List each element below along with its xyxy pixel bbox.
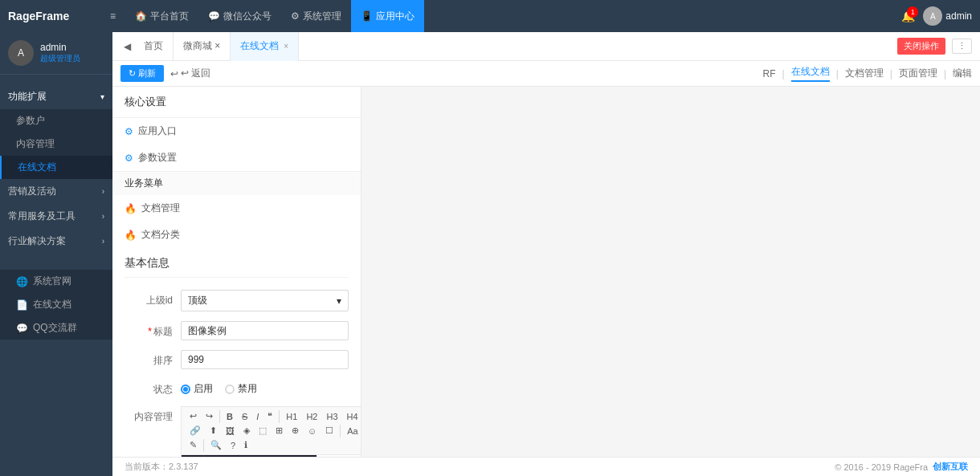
toolbar-edit[interactable]: 编辑 bbox=[953, 67, 972, 80]
username-label: admin bbox=[945, 10, 972, 22]
sidebar: A admin 超级管理员 功能扩展 ▾ 参数户 内容管理 在线文档 营销及活动… bbox=[0, 32, 112, 476]
undo-btn[interactable]: ↩ bbox=[186, 409, 201, 423]
sidebar-item-online-docs[interactable]: 📄在线文档 bbox=[0, 293, 112, 316]
toolbar-page-manage[interactable]: 页面管理 bbox=[899, 67, 937, 80]
notification-badge: 1 bbox=[907, 6, 918, 18]
sidebar-group-industry[interactable]: 行业解决方案 › bbox=[0, 229, 112, 254]
upload-btn[interactable]: ⬆ bbox=[206, 424, 221, 437]
search-editor-btn[interactable]: 🔍 bbox=[206, 438, 226, 452]
chevron-down-icon: ▾ bbox=[100, 92, 104, 101]
footer: 当前版本：2.3.137 © 2016 - 2019 RageFra 创新互联 bbox=[112, 457, 980, 476]
h1-btn[interactable]: H1 bbox=[282, 410, 301, 423]
form-row-parentid: 上级id 顶级 ▾ bbox=[125, 290, 349, 311]
tab-docs[interactable]: 在线文档 × bbox=[231, 32, 299, 61]
parent-id-value: 顶级 bbox=[188, 294, 207, 307]
nav-param-settings[interactable]: ⚙ 参数设置 bbox=[112, 144, 361, 171]
quote-btn[interactable]: ❝ bbox=[263, 409, 276, 423]
html-btn[interactable]: ☐ bbox=[321, 424, 337, 437]
order-input[interactable] bbox=[181, 350, 349, 369]
italic-btn[interactable]: I bbox=[252, 410, 263, 423]
sidebar-group-header-features[interactable]: 功能扩展 ▾ bbox=[0, 84, 112, 109]
sidebar-item-qq[interactable]: 💬QQ交流群 bbox=[0, 316, 112, 340]
title-input[interactable] bbox=[181, 321, 349, 340]
content-label: 内容管理 bbox=[125, 406, 181, 424]
toolbar-doc-manage[interactable]: 文档管理 bbox=[845, 67, 884, 80]
h2-btn[interactable]: H2 bbox=[302, 410, 321, 423]
brand-label: 创新互联 bbox=[933, 461, 968, 473]
nav-doc-category[interactable]: 🔥 文档分类 bbox=[112, 222, 361, 248]
param-settings-label: 参数设置 bbox=[138, 151, 177, 165]
editor-toolbar: ↩ ↪ B S I ❝ H1 H2 bbox=[181, 406, 361, 454]
chevron-right-icon: › bbox=[102, 187, 104, 196]
code-inline-btn[interactable]: ◈ bbox=[239, 424, 254, 437]
emoji-btn[interactable]: ☺ bbox=[304, 425, 321, 437]
order-label: 排序 bbox=[125, 350, 181, 368]
enable-label: 启用 bbox=[194, 382, 213, 396]
sidebar-item-docs[interactable]: 在线文档 bbox=[0, 156, 112, 179]
services-label: 常用服务及工具 bbox=[8, 210, 76, 223]
help-btn[interactable]: ? bbox=[227, 439, 239, 452]
table-btn[interactable]: ⊞ bbox=[272, 424, 287, 437]
nav-app-entry[interactable]: ⚙ 应用入口 bbox=[112, 118, 361, 144]
datetime-btn[interactable]: ⊕ bbox=[288, 424, 303, 437]
link-btn[interactable]: 🔗 bbox=[186, 424, 205, 437]
parent-id-control: 顶级 ▾ bbox=[181, 290, 349, 311]
marketing-label: 营销及活动 bbox=[8, 185, 56, 198]
more-button[interactable]: ⋮ bbox=[952, 39, 972, 54]
form-row-status: 状态 启用 禁用 bbox=[125, 379, 349, 397]
refresh-button[interactable]: ↻ 刷新 bbox=[120, 65, 164, 82]
sidebar-item-users[interactable]: 参数户 bbox=[0, 109, 112, 132]
sidebar-group-marketing[interactable]: 营销及活动 › bbox=[0, 179, 112, 204]
sidebar-group-services[interactable]: 常用服务及工具 › bbox=[0, 204, 112, 229]
image-btn[interactable]: 🖼 bbox=[222, 425, 239, 437]
nav-apps[interactable]: 📱 应用中心 bbox=[351, 0, 424, 32]
sidebar-username: admin bbox=[40, 42, 80, 53]
sidebar-group-header-industry[interactable]: 行业解决方案 › bbox=[0, 229, 112, 254]
line-numbers: 1 2 3 4 5 6 7 8 9 bbox=[182, 455, 204, 457]
toolbar-rf[interactable]: RF bbox=[763, 68, 776, 79]
doc-manage-icon: 🔥 bbox=[125, 203, 137, 214]
sidebar-item-system-site[interactable]: 🌐系统官网 bbox=[0, 270, 112, 293]
editor-code-panel[interactable]: 1 2 3 4 5 6 7 8 9 bbox=[182, 455, 316, 457]
nav-system[interactable]: ⚙ 系统管理 bbox=[281, 0, 351, 32]
nav-menu[interactable]: ≡ bbox=[100, 0, 125, 32]
redo-btn[interactable]: ↪ bbox=[202, 409, 217, 423]
sidebar-group-header-marketing[interactable]: 营销及活动 › bbox=[0, 179, 112, 204]
status-control: 启用 禁用 bbox=[181, 379, 349, 396]
sidebar-item-content[interactable]: 内容管理 bbox=[0, 132, 112, 156]
form-row-title: 标题 bbox=[125, 321, 349, 340]
sidebar-group-header-services[interactable]: 常用服务及工具 › bbox=[0, 204, 112, 229]
status-disable[interactable]: 禁用 bbox=[225, 382, 257, 396]
nav-home[interactable]: 🏠 平台首页 bbox=[125, 0, 198, 32]
top-nav: RageFrame ≡ 🏠 平台首页 💬 微信公众号 ⚙ 系统管理 📱 应用中心… bbox=[0, 0, 980, 32]
close-ops-button[interactable]: 关闭操作 bbox=[897, 38, 945, 55]
tab-home[interactable]: 首页 bbox=[134, 32, 174, 61]
font-color-btn[interactable]: Aa bbox=[343, 425, 361, 437]
avatar: A bbox=[923, 6, 942, 26]
tab-docs-label: 在线文档 bbox=[240, 39, 279, 53]
parent-id-select[interactable]: 顶级 ▾ bbox=[181, 290, 349, 311]
info-btn[interactable]: ℹ bbox=[240, 438, 251, 452]
version-label: 当前版本：2.3.137 bbox=[125, 461, 198, 473]
tab-nav-back[interactable]: ◀ bbox=[120, 41, 134, 52]
notification-bell[interactable]: 🔔 1 bbox=[901, 10, 915, 22]
strikethrough-btn[interactable]: S bbox=[238, 410, 251, 423]
back-link[interactable]: ↩ ↩ 返回 bbox=[170, 67, 210, 80]
h3-btn[interactable]: H3 bbox=[322, 410, 341, 423]
tab-shop[interactable]: 微商城 × bbox=[174, 32, 231, 61]
status-enable[interactable]: 启用 bbox=[181, 382, 213, 396]
h4-btn[interactable]: H4 bbox=[343, 410, 361, 423]
code-block-btn[interactable]: ⬚ bbox=[255, 424, 271, 437]
nav-doc-manage[interactable]: 🔥 文档管理 bbox=[112, 195, 361, 222]
chevron-right-icon2: › bbox=[102, 212, 104, 221]
edit-btn[interactable]: ✎ bbox=[186, 438, 201, 452]
tab-docs-close[interactable]: × bbox=[284, 42, 288, 51]
toolbar-divider-5 bbox=[340, 425, 341, 437]
user-info[interactable]: A admin bbox=[923, 6, 972, 26]
bold-btn[interactable]: B bbox=[223, 410, 237, 423]
toolbar-online-docs[interactable]: 在线文档 bbox=[791, 65, 830, 82]
nav-wechat[interactable]: 💬 微信公众号 bbox=[198, 0, 281, 32]
sidebar-group-features[interactable]: 功能扩展 ▾ 参数户 内容管理 在线文档 bbox=[0, 84, 112, 179]
settings-icon: ⚙ bbox=[291, 10, 300, 22]
toolbar-divider-1 bbox=[219, 410, 220, 423]
